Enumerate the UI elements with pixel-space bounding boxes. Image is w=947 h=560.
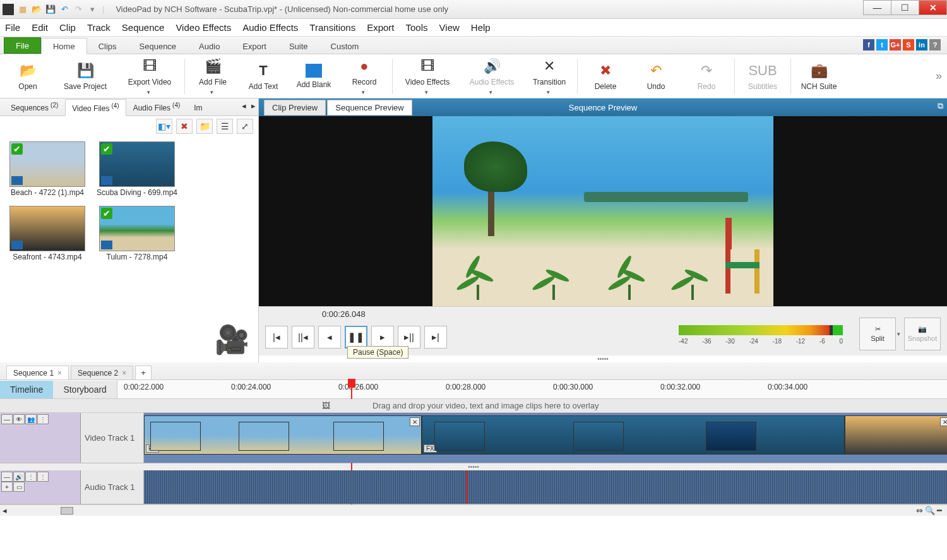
lock-icon[interactable]: 👥 — [25, 414, 37, 424]
preview-tab-clip[interactable]: Clip Preview — [264, 100, 326, 116]
twitter-icon[interactable]: t — [876, 39, 888, 51]
close-icon[interactable]: × — [122, 369, 126, 378]
menu-view[interactable]: View — [439, 22, 460, 33]
bin-next-icon[interactable]: ▸ — [251, 101, 256, 110]
record-button[interactable]: ●Record▾ — [342, 57, 387, 95]
pause-button[interactable]: ❚❚ — [345, 326, 367, 349]
frame-back-button[interactable]: ◂ — [318, 326, 341, 349]
ribbon-tab-audio[interactable]: Audio — [188, 39, 231, 54]
clip-item[interactable]: ✔ Beach - 4722 (1).mp4 — [6, 141, 88, 198]
menu-sequence[interactable]: Sequence — [122, 22, 165, 33]
stumble-icon[interactable]: S — [903, 39, 914, 51]
fx-icon[interactable]: ⋮ — [37, 414, 49, 424]
ribbon-tab-sequence[interactable]: Sequence — [128, 39, 188, 54]
menu-transitions[interactable]: Transitions — [309, 22, 355, 33]
qat-save-icon[interactable]: 💾 — [44, 3, 57, 16]
audio-track-body[interactable] — [144, 470, 947, 504]
menu-tools[interactable]: Tools — [406, 22, 428, 33]
frame-fwd-button[interactable]: ▸ — [371, 326, 394, 349]
qat-open-icon[interactable]: 📂 — [30, 3, 43, 16]
bin-list-icon[interactable]: ☰ — [217, 119, 233, 134]
menu-clip[interactable]: Clip — [59, 22, 76, 33]
bin-delete-icon[interactable]: ✖ — [176, 119, 193, 134]
step-back-button[interactable]: ||◂ — [292, 326, 314, 349]
video-effects-button[interactable]: 🎞Video Effects▾ — [398, 57, 457, 95]
popout-icon[interactable]: ⧉ — [938, 101, 943, 111]
zoom-fit-icon[interactable]: ⇔ — [916, 506, 923, 515]
preview-tab-sequence[interactable]: Sequence Preview — [327, 100, 412, 116]
close-icon[interactable]: × — [57, 369, 62, 378]
scroll-left-icon[interactable]: ◂ — [3, 506, 7, 515]
timeline-clip[interactable]: ✕ — [845, 415, 947, 455]
ribbon-tab-file[interactable]: File — [4, 37, 41, 54]
menu-track[interactable]: Track — [87, 22, 110, 33]
export-video-button[interactable]: 🎞Export Video▾ — [120, 57, 179, 95]
collapse-icon[interactable]: — — [1, 472, 13, 482]
visibility-icon[interactable]: 👁 — [13, 414, 25, 424]
bin-sort-icon[interactable]: ⤢ — [237, 119, 253, 134]
timeline-mode-button[interactable]: Timeline — [0, 381, 53, 398]
goto-start-button[interactable]: |◂ — [265, 326, 288, 349]
overlay-track[interactable]: 🖼 Drag and drop your video, text and ima… — [0, 399, 947, 413]
bin-tab-video-files[interactable]: Video Files(4) — [65, 99, 126, 116]
timeline-clip[interactable]: FX — [422, 415, 845, 455]
clip-item[interactable]: ✔ Scuba Diving - 699.mp4 — [96, 141, 178, 198]
volume-icon[interactable]: ▭ — [13, 482, 25, 492]
fx-icon[interactable]: ⋮ — [37, 472, 49, 482]
menu-video-effects[interactable]: Video Effects — [176, 22, 231, 33]
transition-button[interactable]: ✕Transition▾ — [527, 57, 572, 95]
facebook-icon[interactable]: f — [863, 39, 874, 51]
ribbon-tab-clips[interactable]: Clips — [87, 39, 128, 54]
qat-new-icon[interactable]: ▦ — [16, 3, 29, 16]
qat-undo-icon[interactable]: ↶ — [58, 3, 71, 16]
clip-item[interactable]: Seafront - 4743.mp4 — [6, 206, 88, 263]
menu-file[interactable]: File — [5, 22, 20, 33]
solo-icon[interactable]: ⋮ — [25, 472, 37, 482]
video-track-body[interactable]: FX↙✕ FX ✕ — [144, 413, 947, 463]
clip-item[interactable]: ✔ Tulum - 7278.mp4 — [96, 206, 178, 263]
menu-export[interactable]: Export — [367, 22, 394, 33]
bin-add-folder-icon[interactable]: 📁 — [196, 119, 213, 134]
add-sequence-button[interactable]: + — [135, 366, 152, 380]
seq-tab-2[interactable]: Sequence 2× — [71, 366, 133, 380]
close-button[interactable]: ✕ — [919, 0, 947, 15]
save-project-button[interactable]: 💾Save Project — [56, 62, 115, 91]
ribbon-tab-home[interactable]: Home — [41, 38, 87, 54]
linkedin-icon[interactable]: in — [916, 39, 927, 51]
expand-icon[interactable]: + — [1, 482, 13, 492]
step-fwd-button[interactable]: ▸|| — [398, 326, 420, 349]
delete-button[interactable]: ✖Delete — [583, 62, 628, 91]
maximize-button[interactable]: ☐ — [891, 0, 919, 15]
nch-suite-button[interactable]: 💼NCH Suite — [796, 62, 842, 91]
seq-tab-1[interactable]: Sequence 1× — [6, 366, 69, 380]
bin-prev-icon[interactable]: ◂ — [242, 101, 246, 110]
bin-tab-audio-files[interactable]: Audio Files(4) — [126, 98, 188, 116]
storyboard-mode-button[interactable]: Storyboard — [53, 381, 116, 398]
zoom-out-icon[interactable]: 🔍 — [925, 506, 935, 515]
undo-button[interactable]: ↶Undo — [633, 62, 679, 91]
qat-redo-icon[interactable]: ↷ — [72, 3, 85, 16]
open-button[interactable]: 📂Open — [5, 62, 51, 91]
goto-end-button[interactable]: ▸| — [424, 326, 447, 349]
googleplus-icon[interactable]: G+ — [890, 39, 901, 51]
ribbon-tab-suite[interactable]: Suite — [278, 39, 319, 54]
mute-icon[interactable]: 🔊 — [13, 472, 25, 482]
scroll-thumb[interactable] — [61, 507, 73, 515]
minimize-button[interactable]: — — [863, 0, 891, 15]
add-blank-button[interactable]: Add Blank — [291, 64, 337, 89]
ribbon-overflow-icon[interactable]: » — [936, 69, 942, 83]
add-file-button[interactable]: 🎬Add File▾ — [190, 57, 235, 95]
zoom-slider[interactable]: ━ — [937, 506, 942, 515]
qat-dropdown-icon[interactable]: ▾ — [86, 3, 98, 16]
ribbon-tab-custom[interactable]: Custom — [319, 39, 371, 54]
timeline-scrollbar[interactable]: ◂ ⇔ 🔍 ━ — [0, 504, 947, 516]
menu-audio-effects[interactable]: Audio Effects — [242, 22, 298, 33]
menu-edit[interactable]: Edit — [32, 22, 48, 33]
time-ruler[interactable]: 0:00:22.000 0:00:24.000 0:00:26.000 0:00… — [117, 380, 947, 398]
ribbon-tab-export[interactable]: Export — [231, 39, 278, 54]
bin-tab-sequences[interactable]: Sequences(2) — [4, 98, 65, 116]
menu-help[interactable]: Help — [471, 22, 491, 33]
help-icon[interactable]: ? — [929, 39, 941, 51]
split-button[interactable]: ✂Split — [859, 318, 896, 350]
bin-tab-images[interactable]: Im — [187, 100, 209, 116]
